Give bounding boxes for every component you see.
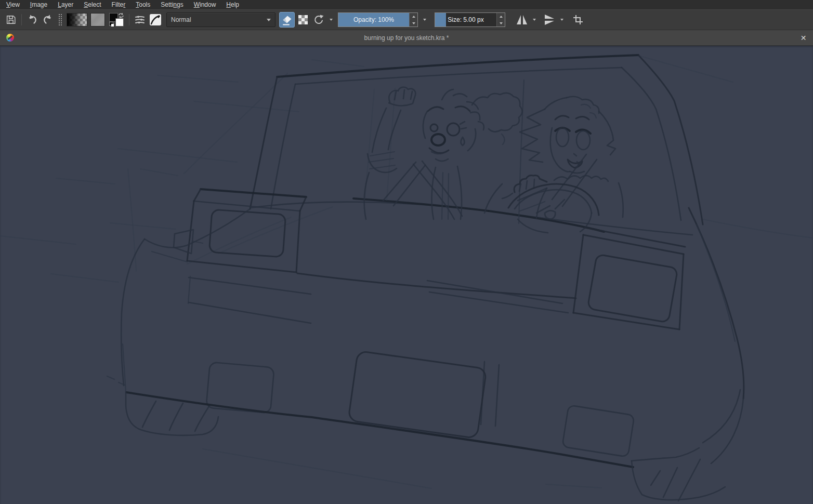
menu-help[interactable]: Help [221,1,244,9]
eraser-toggle-button[interactable] [279,12,295,28]
opacity-value: Opacity: 100% [338,13,409,26]
redo-button[interactable] [41,12,55,27]
chevron-down-icon [267,19,271,21]
canvas-viewport[interactable] [0,46,813,504]
opacity-spinner [409,13,417,26]
reset-colors-icon[interactable] [109,22,113,26]
spin-down-icon [500,22,503,24]
spin-down-icon [412,22,415,24]
mirror-horizontal-button[interactable] [515,12,529,27]
foreground-background-color-swatch[interactable] [109,12,124,27]
tab-close-button[interactable]: ✕ [799,33,808,42]
menu-settings[interactable]: Settings [155,1,188,9]
opacity-options-chevron-icon[interactable] [423,19,426,21]
mirror-horizontal-icon [515,13,529,26]
mirror-vertical-button[interactable] [542,12,557,27]
toolbar-drag-handle[interactable] [58,13,63,26]
menu-tools[interactable]: Tools [130,1,155,9]
eraser-icon [281,14,293,26]
swap-colors-icon[interactable] [118,12,124,19]
background-color[interactable] [115,18,124,26]
brush-preset-icon [149,13,162,26]
brush-size-value: Size: 5.00 px [435,13,496,26]
spin-up-icon [412,16,415,18]
gradient-chooser-button[interactable] [67,13,87,26]
opacity-slider-group: Opacity: 100% [338,12,418,27]
menu-bar: View Image Layer Select Filter Tools Set… [0,0,813,9]
crop-tool-button[interactable] [571,12,585,27]
opacity-slider[interactable]: Opacity: 100% [338,13,409,26]
menu-view[interactable]: View [1,1,25,9]
undo-button[interactable] [25,12,40,27]
menu-image[interactable]: Image [25,1,53,9]
opacity-spin-down[interactable] [410,20,417,26]
brush-size-slider[interactable]: Size: 5.00 px [435,13,496,26]
pattern-chooser-button[interactable] [90,13,105,26]
edit-brush-settings-button[interactable] [133,12,147,27]
opacity-spin-up[interactable] [410,13,417,20]
crop-icon [572,14,584,26]
size-spin-up[interactable] [497,13,505,20]
blending-mode-select[interactable]: Normal [166,12,276,27]
spin-up-icon [500,16,503,18]
mirror-horizontal-chevron-icon[interactable] [533,19,536,21]
menu-select[interactable]: Select [78,1,106,9]
redo-icon [42,14,54,26]
document-tab-title[interactable]: burning up for you sketch.kra * [0,34,813,42]
main-toolbar: Normal Opacity: 100% Size: 5.00 px [0,9,813,30]
brush-settings-icon [134,14,146,26]
size-spinner [496,13,505,26]
reload-icon [312,14,325,26]
preserve-alpha-checkerboard-icon [297,14,309,25]
save-button[interactable] [4,12,18,27]
toolbar-separator [129,14,129,25]
menu-layer[interactable]: Layer [53,1,78,9]
size-slider-group: Size: 5.00 px [435,12,505,27]
menu-window[interactable]: Window [189,1,221,9]
preset-options-chevron-icon[interactable] [330,19,333,21]
toolbar-separator [21,14,22,25]
blending-mode-value: Normal [167,16,263,23]
reload-original-preset-button[interactable] [311,12,326,27]
menu-filter[interactable]: Filter [107,1,131,9]
save-icon [5,14,17,25]
document-tab-bar: burning up for you sketch.kra * ✕ [0,30,813,46]
sketch-drawing [0,46,813,504]
size-spin-down[interactable] [497,20,505,26]
undo-icon [26,14,38,26]
brush-preset-chooser-button[interactable] [148,12,163,27]
mirror-vertical-chevron-icon[interactable] [560,19,563,21]
preserve-alpha-button[interactable] [296,12,310,27]
close-icon: ✕ [801,34,807,42]
mirror-vertical-icon [543,13,556,26]
